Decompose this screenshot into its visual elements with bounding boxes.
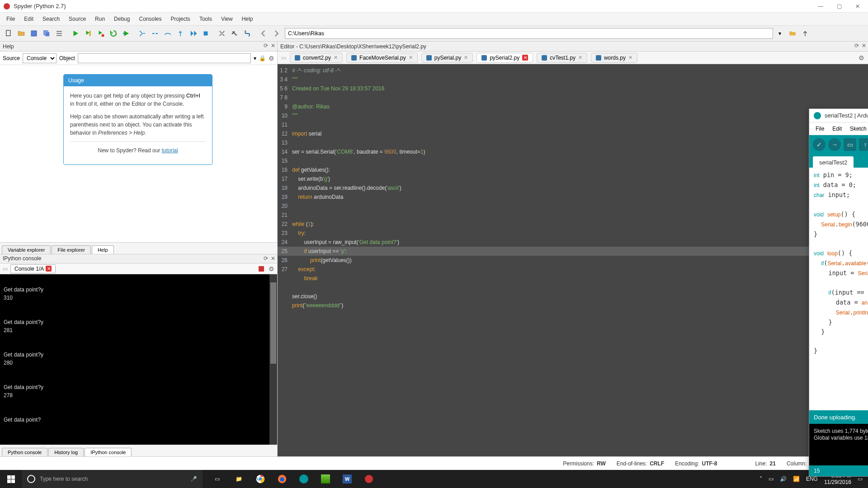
ipy-close-icon[interactable]: ✕	[271, 255, 275, 262]
python-path-button[interactable]	[241, 28, 253, 39]
lock-icon[interactable]: 🔒	[259, 55, 266, 61]
tray-expand-icon[interactable]: ˄	[760, 476, 762, 482]
console-tab[interactable]: Console 1/A ✕	[10, 264, 56, 273]
help-options-icon[interactable]: ⚙	[269, 55, 274, 62]
stop-debug-button[interactable]	[200, 28, 212, 39]
arduino-code-editor[interactable]: int pin = 9; int data = 0; char input; v…	[809, 168, 868, 410]
taskbar-search[interactable]: Type here to search 🎤	[22, 470, 203, 488]
save-all-button[interactable]	[41, 28, 52, 39]
object-input[interactable]	[78, 53, 251, 63]
forward-button[interactable]	[270, 28, 282, 39]
preferences-button[interactable]	[229, 28, 241, 39]
run-button[interactable]	[70, 28, 81, 39]
console-scrollbar[interactable]	[269, 274, 277, 445]
word-taskbar-icon[interactable]: W	[338, 470, 356, 488]
menu-help[interactable]: Help	[238, 15, 257, 23]
tab-history-log[interactable]: History log	[48, 448, 84, 456]
console-output[interactable]: Get data point?y 310 Get data point?y 28…	[0, 274, 277, 445]
chrome-taskbar-icon[interactable]	[251, 470, 269, 488]
tab-pyserial2[interactable]: pySerial2.py✕	[476, 53, 533, 63]
browse-wd-button[interactable]	[787, 28, 798, 39]
arduino-sketch-tab[interactable]: serialTest2	[813, 156, 854, 168]
tab-file-explorer[interactable]: File explorer	[52, 245, 91, 254]
spyder-taskbar-icon[interactable]	[360, 470, 378, 488]
step-out-button[interactable]	[175, 28, 186, 39]
help-close-icon[interactable]: ✕	[271, 42, 275, 49]
new-file-button[interactable]	[3, 28, 14, 39]
wifi-icon[interactable]: 📶	[793, 476, 800, 482]
back-button[interactable]	[258, 28, 269, 39]
list-button[interactable]	[53, 28, 65, 39]
parent-dir-button[interactable]	[799, 28, 811, 39]
menu-file[interactable]: File	[3, 15, 19, 23]
menu-consoles[interactable]: Consoles	[135, 15, 165, 23]
start-button[interactable]	[0, 470, 22, 488]
console-folder-icon[interactable]: ▭	[3, 266, 8, 272]
tab-close-modified-icon[interactable]: ✕	[522, 55, 528, 61]
console-tab-close-icon[interactable]: ✕	[46, 266, 52, 272]
tab-close-icon[interactable]: ✕	[334, 55, 338, 61]
maximize-pane-button[interactable]	[216, 28, 228, 39]
tab-close-icon[interactable]: ✕	[578, 55, 582, 61]
step-button[interactable]	[149, 28, 161, 39]
run-cell-button[interactable]	[82, 28, 94, 39]
tutorial-link[interactable]: tutorial	[162, 147, 178, 154]
close-button[interactable]: ✕	[855, 3, 860, 9]
debug-button[interactable]	[120, 28, 132, 39]
file-explorer-taskbar-icon[interactable]: 📁	[230, 470, 248, 488]
arduino-upload-button[interactable]: →	[828, 138, 841, 151]
tab-close-icon[interactable]: ✕	[409, 55, 413, 61]
code-editor[interactable]: 1 2 3 4 5 6 7 8 9 10 11 12 13 14 15 16 1…	[278, 64, 868, 456]
tab-help[interactable]: Help	[92, 245, 114, 254]
volume-icon[interactable]: 🔊	[780, 476, 787, 482]
source-select[interactable]: Console	[23, 53, 57, 63]
lang-indicator[interactable]: ENG	[806, 476, 818, 482]
scrollbar-thumb[interactable]	[270, 282, 276, 364]
maximize-button[interactable]: ▢	[837, 3, 842, 9]
editor-close-icon[interactable]: ✕	[862, 42, 866, 49]
app-taskbar-icon[interactable]	[316, 470, 335, 488]
open-file-button[interactable]	[15, 28, 27, 39]
tab-close-icon[interactable]: ✕	[464, 55, 468, 61]
menu-search[interactable]: Search	[39, 15, 63, 23]
editor-options-icon[interactable]: ⚙	[859, 54, 864, 61]
tab-close-icon[interactable]: ✕	[628, 55, 632, 61]
tab-facemoveserial[interactable]: FaceMoveSerial.py✕	[346, 53, 418, 63]
menu-projects[interactable]: Projects	[167, 15, 194, 23]
tab-python-console[interactable]: Python console	[2, 448, 47, 456]
menu-run[interactable]: Run	[91, 15, 108, 23]
arduino-new-button[interactable]: ▭	[844, 138, 856, 151]
wd-dropdown-icon[interactable]: ▾	[774, 28, 786, 39]
ipy-undock-icon[interactable]: ⟳	[264, 255, 268, 262]
menu-view[interactable]: View	[217, 15, 236, 23]
rerun-button[interactable]	[108, 28, 119, 39]
step-over-button[interactable]	[162, 28, 174, 39]
minimize-button[interactable]: —	[818, 3, 823, 9]
arduino-verify-button[interactable]: ✓	[813, 138, 826, 151]
firefox-taskbar-icon[interactable]	[273, 470, 291, 488]
arduino-menu-sketch[interactable]: Sketch	[846, 125, 868, 133]
task-view-icon[interactable]: ▭	[208, 470, 226, 488]
arduino-taskbar-icon[interactable]	[295, 470, 313, 488]
menu-edit[interactable]: Edit	[20, 15, 37, 23]
run-selection-button[interactable]	[95, 28, 107, 39]
interrupt-kernel-button[interactable]	[259, 266, 264, 272]
menu-tools[interactable]: Tools	[196, 15, 216, 23]
tab-convert2[interactable]: convert2.py✕	[290, 53, 343, 63]
code-content[interactable]: # -*- coding: utf-8 -*- """ Created on T…	[289, 64, 868, 456]
menu-debug[interactable]: Debug	[110, 15, 133, 23]
menu-source[interactable]: Source	[65, 15, 90, 23]
tab-cvtest1[interactable]: cvTest1.py✕	[537, 53, 587, 63]
working-dir-input[interactable]	[285, 28, 773, 39]
console-options-icon[interactable]: ⚙	[269, 265, 274, 272]
arduino-menu-file[interactable]: File	[812, 125, 828, 133]
tabs-folder-icon[interactable]: ▭	[281, 55, 286, 61]
mic-icon[interactable]: 🎤	[190, 476, 197, 482]
tab-words[interactable]: words.py✕	[591, 53, 637, 63]
help-undock-icon[interactable]: ⟳	[264, 42, 268, 49]
save-button[interactable]	[28, 28, 40, 39]
continue-button[interactable]	[187, 28, 199, 39]
battery-icon[interactable]: ▭	[769, 476, 774, 482]
step-into-button[interactable]	[137, 28, 148, 39]
editor-undock-icon[interactable]: ⟳	[854, 42, 859, 49]
